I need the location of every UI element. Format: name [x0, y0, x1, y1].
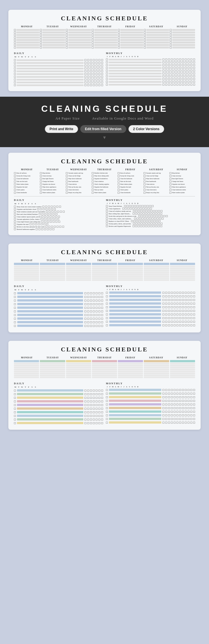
card4-title: CLEANING SCHEDULE [14, 346, 195, 353]
c1-monthly-rows [106, 291, 195, 327]
day-headers-3: MONDAY TUESDAY WEDNESDAY THURSDAY FRIDAY… [14, 259, 195, 262]
filled-col-mon: Dust all surfaces Sweep the living room … [14, 172, 40, 194]
c1-day-fri: FRIDAY [117, 259, 143, 262]
checkbox-grid-1 [14, 29, 195, 48]
c2-col-3 [66, 360, 91, 379]
c1-monthly-label: MONTHLY [106, 285, 195, 288]
c2-day-tue: TUESDAY [40, 356, 66, 359]
c2-months-row: JFMAMJJASOND [106, 386, 195, 388]
c1-col-6 [144, 263, 169, 281]
btn-edit-filled[interactable]: Edit from filled Version [80, 125, 126, 133]
c1-day-mon: MONDAY [14, 259, 40, 262]
filled-daily-tasks: Deep clean one room (rotate weekly) Orga… [14, 206, 103, 230]
c2-day-thu: THURSDAY [92, 356, 118, 359]
c2-day-mon: MONDAY [14, 356, 40, 359]
filled-col-thu: Disinfect kitchen sink Wipe down dining … [92, 172, 117, 194]
col-4 [92, 29, 117, 48]
day-sat: SATURDAY [143, 25, 169, 28]
c1-col-5 [118, 263, 143, 281]
c2-day-fri: FRIDAY [117, 356, 143, 359]
card3-title: CLEANING SCHEDULE [14, 249, 195, 256]
filled-day-sun: SUNDAY [169, 168, 195, 171]
filled-months-row: J F M A M J J A S O N D [106, 203, 195, 204]
day-sun: SUNDAY [169, 25, 195, 28]
daily-label-1: DAILY [14, 52, 103, 55]
filled-col-fri: Dust all surfaces Sweep the living room … [118, 172, 143, 194]
col-7 [170, 29, 195, 48]
months-row-1: J F M A M J J A S O N D [106, 56, 195, 57]
bottom-section-3: DAILY M T W T F S S [14, 285, 195, 327]
c2-monthly-rows [106, 389, 195, 424]
c1-daily-rows [14, 292, 103, 327]
filled-col-wed: Vacuum carpets and rug Clean out the fri… [66, 172, 91, 194]
col-2 [40, 29, 65, 48]
btn-color-versions[interactable]: 2 Color Versions [128, 125, 164, 133]
banner-subtitle-left: A4 Paper Size [55, 116, 80, 120]
banner-subtitle: A4 Paper Size Avaliable in Google Docs a… [8, 116, 201, 121]
c2-day-wed: WEDNESDAY [66, 356, 92, 359]
col-6 [144, 29, 169, 48]
day-headers-2: MONDAY TUESDAY WEDNESDAY THURSDAY FRIDAY… [14, 168, 195, 171]
filled-monthly-section: MONTHLY J F M A M J J A S O N D Seep Cle… [106, 199, 195, 230]
c2-col-2 [40, 360, 65, 379]
filled-daily-label: DAILY [14, 199, 103, 201]
mtwtfss-row-1: M T W T F S S [14, 56, 103, 58]
c1-day-thu: THURSDAY [92, 259, 118, 262]
btn-print-write[interactable]: Print and Write [45, 125, 78, 133]
c2-daily-rows [14, 389, 103, 425]
card1-title: CLEANING SCHEDULE [14, 15, 195, 22]
filled-day-mon: MONDAY [14, 168, 40, 171]
c2-daily-section: DAILY MTWTFSS [14, 382, 103, 425]
c1-col-3 [66, 263, 91, 281]
filled-col-sun: Mop kitchen Clean stovetop Dust light fi… [169, 172, 195, 194]
bottom-section-1: DAILY M T W T F S S [14, 52, 195, 86]
c1-daily-section: DAILY M T W T F S S [14, 285, 103, 327]
c1-day-tue: TUESDAY [40, 259, 66, 262]
c2-monthly-label: MONTHLY [106, 382, 195, 385]
banner-subtitle-right: Avaliable in Google Docs and Word [92, 116, 154, 120]
c1-day-sat: SATURDAY [143, 259, 169, 262]
c2-day-sun: SUNDAY [169, 356, 195, 359]
card-filled: CLEANING SCHEDULE MONDAY TUESDAY WEDNESD… [8, 153, 201, 235]
c2-col-6 [144, 360, 169, 379]
c2-daily-label: DAILY [14, 382, 103, 385]
banner-arrow: ▼ [8, 135, 201, 140]
filled-col-sat: Vacuum carpets and rug Clean out the fri… [144, 172, 169, 194]
filled-day-thu: THURSDAY [92, 168, 118, 171]
monthly-label-1: MONTHLY [106, 52, 195, 55]
c1-col-2 [40, 263, 65, 281]
col-1 [14, 29, 39, 48]
day-headers-4: MONDAY TUESDAY WEDNESDAY THURSDAY FRIDAY… [14, 356, 195, 359]
daily-section-1: DAILY M T W T F S S [14, 52, 103, 86]
card-color-multi: CLEANING SCHEDULE MONDAY TUESDAY WEDNESD… [8, 341, 201, 430]
color1-grid [14, 263, 195, 281]
c2-mtwtfss: MTWTFSS [14, 386, 103, 388]
c1-months-row: JFMAMJJASOND [106, 289, 195, 290]
bottom-filled-section: DAILY M T W T F S S Deep clean one room … [14, 199, 195, 230]
day-tue: TUESDAY [40, 25, 66, 28]
bottom-section-4: DAILY MTWTFSS MONTHLY [14, 382, 195, 425]
c1-daily-label: DAILY [14, 285, 103, 288]
c2-col-1 [14, 360, 39, 379]
filled-monthly-label: MONTHLY [106, 199, 195, 201]
c2-monthly-section: MONTHLY JFMAMJJASOND [106, 382, 195, 425]
filled-day-sat: SATURDAY [143, 168, 169, 171]
c1-day-sun: SUNDAY [169, 259, 195, 262]
color2-grid [14, 360, 195, 379]
c2-col-7 [170, 360, 195, 379]
c1-monthly-section: MONTHLY JFMAMJJASOND [106, 285, 195, 327]
monthly-rows-1 [106, 59, 195, 86]
card-color-blue: CLEANING SCHEDULE MONDAY TUESDAY WEDNESD… [8, 244, 201, 332]
col-5 [118, 29, 143, 48]
c2-day-sat: SATURDAY [143, 356, 169, 359]
filled-day-wed: WEDNESDAY [66, 168, 92, 171]
filled-col-tue: Mop kitchen Clean stovetop Dust light fi… [40, 172, 65, 194]
c1-col-4 [92, 263, 117, 281]
dark-banner: CLEANING SCHEDULE A4 Paper Size Avaliabl… [0, 97, 209, 147]
c2-col-5 [118, 360, 143, 379]
filled-task-grid: Dust all surfaces Sweep the living room … [14, 172, 195, 194]
daily-rows-1 [14, 59, 103, 86]
day-headers-1: MONDAY TUESDAY WEDNESDAY THURSDAY FRIDAY… [14, 25, 195, 28]
c1-col-7 [170, 263, 195, 281]
day-mon: MONDAY [14, 25, 40, 28]
